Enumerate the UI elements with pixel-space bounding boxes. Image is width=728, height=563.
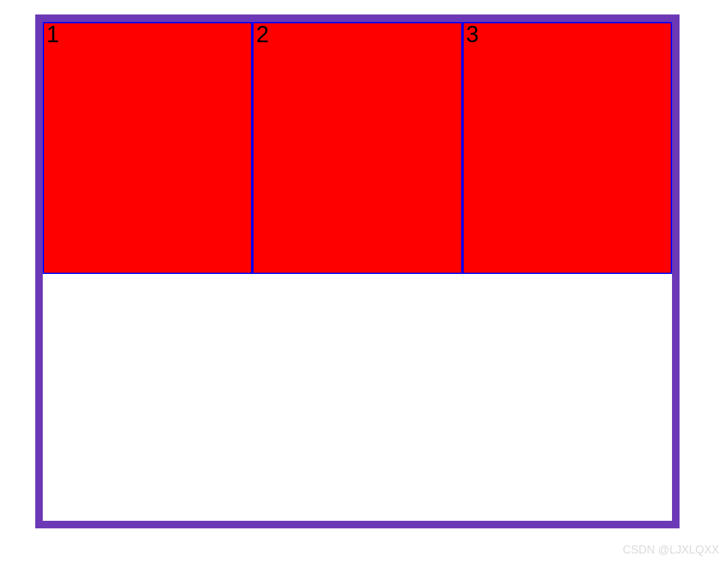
flex-item-2: 2	[252, 22, 462, 274]
flex-container: 1 2 3	[35, 14, 680, 528]
flex-item-3: 3	[462, 22, 672, 274]
box-label: 2	[256, 21, 269, 47]
box-label: 1	[47, 21, 59, 47]
box-label: 3	[466, 21, 479, 47]
flex-item-1: 1	[43, 22, 252, 274]
watermark-text: CSDN @LJXLQXX	[623, 543, 719, 557]
